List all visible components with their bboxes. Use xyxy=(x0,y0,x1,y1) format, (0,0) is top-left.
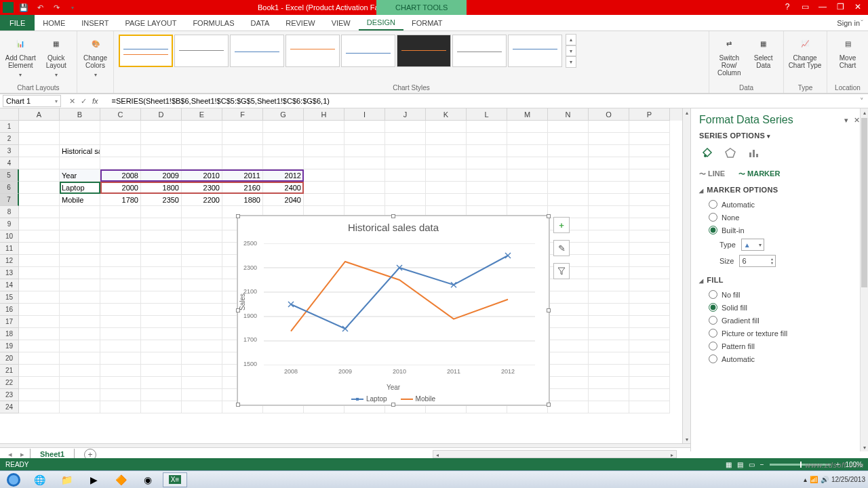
col-M[interactable]: M xyxy=(507,108,548,121)
cell[interactable] xyxy=(19,377,60,389)
cell[interactable]: Mobile xyxy=(60,194,100,206)
cell[interactable] xyxy=(507,133,548,145)
row-header[interactable]: 12 xyxy=(0,255,19,267)
cell[interactable] xyxy=(141,145,182,157)
cell[interactable] xyxy=(182,291,222,304)
cell[interactable]: Historical sales data xyxy=(60,145,100,157)
maximize-button[interactable]: ❐ xyxy=(831,0,849,14)
tab-insert[interactable]: INSERT xyxy=(73,15,117,30)
marker-type-combo[interactable]: ▲▾ xyxy=(741,239,764,251)
chart-style-8[interactable] xyxy=(508,35,562,67)
cell[interactable] xyxy=(589,218,629,230)
redo-icon[interactable]: ↷ xyxy=(50,1,62,14)
cell[interactable] xyxy=(60,377,100,389)
worksheet-area[interactable]: A B C D E F G H I J K L M N O P 123Histo… xyxy=(0,108,690,451)
row-header[interactable]: 14 xyxy=(0,279,19,291)
cell[interactable] xyxy=(141,401,182,413)
cell[interactable]: 2040 xyxy=(263,194,304,206)
cell[interactable] xyxy=(263,121,304,133)
cell[interactable] xyxy=(589,157,629,169)
cell[interactable] xyxy=(141,218,182,230)
start-button[interactable] xyxy=(3,472,24,488)
cell[interactable] xyxy=(629,255,670,267)
cell[interactable] xyxy=(385,145,426,157)
col-B[interactable]: B xyxy=(60,108,100,121)
cell[interactable] xyxy=(100,218,141,230)
styles-scroll-up[interactable]: ▴ xyxy=(566,34,576,45)
cell[interactable] xyxy=(60,121,100,133)
cell[interactable] xyxy=(548,328,589,340)
cell[interactable] xyxy=(19,218,60,230)
chart-style-5[interactable] xyxy=(341,35,395,67)
horizontal-scrollbar[interactable]: ◂ ▸ xyxy=(433,450,677,458)
cell[interactable] xyxy=(344,121,385,133)
cell[interactable] xyxy=(385,182,426,194)
tab-formulas[interactable]: FORMULAS xyxy=(184,15,242,30)
resize-handle-se[interactable] xyxy=(547,403,551,407)
cell[interactable]: 2009 xyxy=(141,169,182,182)
cell[interactable] xyxy=(60,218,100,230)
cell[interactable] xyxy=(629,389,670,401)
cancel-formula-icon[interactable]: ✕ xyxy=(69,97,75,106)
col-L[interactable]: L xyxy=(467,108,507,121)
taskbar-vlc-icon[interactable]: 🔶 xyxy=(108,472,133,487)
col-K[interactable]: K xyxy=(426,108,467,121)
cell[interactable] xyxy=(141,389,182,401)
cell[interactable] xyxy=(629,328,670,340)
cell[interactable]: Laptop xyxy=(60,182,100,194)
cell[interactable] xyxy=(629,157,670,169)
cell[interactable] xyxy=(60,291,100,304)
cell[interactable] xyxy=(19,352,60,365)
help-button[interactable]: ? xyxy=(778,0,796,14)
x-axis-label[interactable]: Year xyxy=(238,384,549,391)
cell[interactable] xyxy=(589,340,629,352)
row-header[interactable]: 3 xyxy=(0,145,19,157)
cell[interactable] xyxy=(629,169,670,182)
cell[interactable] xyxy=(100,377,141,389)
cell[interactable] xyxy=(629,377,670,389)
tray-network-icon[interactable]: 📶 xyxy=(810,476,818,483)
cell[interactable] xyxy=(344,169,385,182)
tray-up-icon[interactable]: ▴ xyxy=(804,476,807,483)
col-C[interactable]: C xyxy=(100,108,141,121)
cell[interactable] xyxy=(629,365,670,377)
cell[interactable] xyxy=(141,316,182,328)
cell[interactable] xyxy=(141,133,182,145)
cell[interactable] xyxy=(385,157,426,169)
cell[interactable] xyxy=(467,182,507,194)
row-header[interactable]: 4 xyxy=(0,157,19,169)
cell[interactable] xyxy=(182,243,222,255)
row-header[interactable]: 16 xyxy=(0,304,19,316)
tab-page-layout[interactable]: PAGE LAYOUT xyxy=(117,15,184,30)
change-chart-type-button[interactable]: 📈 Change Chart Type xyxy=(788,34,822,69)
view-page-break-icon[interactable]: ▭ xyxy=(749,461,755,468)
taskbar-ie-icon[interactable]: 🌐 xyxy=(27,472,52,487)
chart-styles-gallery[interactable] xyxy=(118,34,563,68)
fill-solid-radio[interactable]: Solid fill xyxy=(699,301,860,314)
add-chart-element-button[interactable]: 📊 Add Chart Element xyxy=(4,34,37,79)
tab-view[interactable]: VIEW xyxy=(323,15,359,30)
switch-row-col-button[interactable]: ⇄ Switch Row/ Column xyxy=(713,34,745,77)
cell[interactable] xyxy=(629,230,670,243)
cell[interactable] xyxy=(141,267,182,279)
fx-icon[interactable]: fx xyxy=(92,97,98,106)
cell[interactable] xyxy=(100,255,141,267)
cell[interactable] xyxy=(222,145,263,157)
chart-style-2[interactable] xyxy=(174,35,229,67)
col-E[interactable]: E xyxy=(182,108,222,121)
cell[interactable] xyxy=(344,157,385,169)
cell[interactable] xyxy=(19,401,60,413)
cell[interactable] xyxy=(19,121,60,133)
cell[interactable] xyxy=(19,157,60,169)
cell[interactable] xyxy=(304,121,344,133)
cell[interactable] xyxy=(100,230,141,243)
chart-title[interactable]: Historical sales data xyxy=(238,216,549,233)
cell[interactable] xyxy=(589,255,629,267)
cell[interactable] xyxy=(548,401,589,413)
cell[interactable] xyxy=(182,267,222,279)
cell[interactable] xyxy=(182,340,222,352)
cell[interactable]: 2000 xyxy=(100,182,141,194)
collapse-ribbon-icon[interactable]: ˇ xyxy=(856,15,868,30)
cell[interactable]: 2350 xyxy=(141,194,182,206)
quick-layout-button[interactable]: ▦ Quick Layout xyxy=(40,34,73,79)
